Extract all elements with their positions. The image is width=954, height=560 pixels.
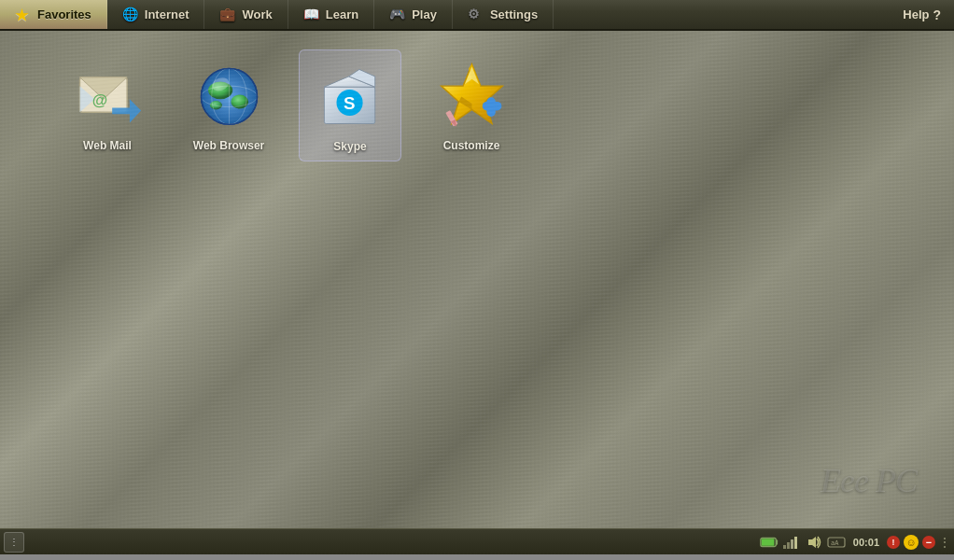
help-label: Help xyxy=(903,7,929,21)
svg-text:aA: aA xyxy=(831,539,839,547)
keyboard-icon[interactable]: aA xyxy=(827,533,846,552)
tab-work[interactable]: 💼 Work xyxy=(204,0,288,29)
eeepc-watermark: Eee PC xyxy=(821,461,917,500)
taskbar-dots-icon[interactable]: ⋮ xyxy=(939,536,950,549)
main-content: @ Web Mail xyxy=(0,31,954,528)
work-icon: 💼 xyxy=(219,7,236,23)
taskbar-right-area: aA 00:01 ! ☺ − ⋮ xyxy=(760,533,950,552)
tab-internet[interactable]: 🌐 Internet xyxy=(107,0,205,29)
tab-favorites-label: Favorites xyxy=(37,7,91,21)
svg-marker-34 xyxy=(808,537,816,548)
smiley-status-icon[interactable]: ☺ xyxy=(904,535,919,550)
tab-favorites[interactable]: ★ Favorites xyxy=(0,0,107,29)
favorites-icon: ★ xyxy=(15,7,32,23)
svg-rect-23 xyxy=(486,97,495,117)
volume-icon[interactable] xyxy=(805,533,823,552)
app-icons-area: @ Web Mail xyxy=(0,31,954,180)
tab-play[interactable]: 🎮 Play xyxy=(374,0,453,29)
skype-label: Skype xyxy=(333,140,366,153)
webbrowser-app[interactable]: Web Browser xyxy=(177,49,280,160)
tab-learn-label: Learn xyxy=(326,7,358,21)
learn-icon: 📖 xyxy=(303,7,320,23)
taskbar: ⋮ xyxy=(0,528,954,554)
network-icon[interactable] xyxy=(782,533,801,552)
svg-text:S: S xyxy=(344,92,356,112)
menu-dots-icon: ⋮ xyxy=(9,537,19,547)
svg-rect-30 xyxy=(783,545,786,549)
help-button[interactable]: Help ? xyxy=(890,0,954,29)
webmail-app[interactable]: @ Web Mail xyxy=(56,49,159,160)
tab-settings[interactable]: ⚙ Settings xyxy=(453,0,554,29)
webmail-icon: @ xyxy=(70,57,145,132)
svg-rect-29 xyxy=(762,539,775,545)
taskbar-clock: 00:01 xyxy=(849,537,883,548)
taskbar-menu-button[interactable]: ⋮ xyxy=(4,532,24,553)
internet-icon: 🌐 xyxy=(122,7,139,23)
svg-rect-32 xyxy=(791,539,793,549)
help-question-icon: ? xyxy=(933,7,941,22)
webbrowser-label: Web Browser xyxy=(193,139,264,152)
skype-icon: S xyxy=(313,58,387,133)
battery-icon[interactable] xyxy=(760,533,779,552)
error-icon[interactable]: − xyxy=(922,536,935,549)
svg-rect-33 xyxy=(794,537,797,549)
tab-play-label: Play xyxy=(412,7,437,21)
svg-rect-31 xyxy=(787,542,790,549)
tab-work-label: Work xyxy=(242,7,272,21)
svg-rect-28 xyxy=(776,539,778,544)
tab-settings-label: Settings xyxy=(490,7,538,21)
tab-learn[interactable]: 📖 Learn xyxy=(288,0,374,29)
settings-icon: ⚙ xyxy=(468,7,484,23)
tab-internet-label: Internet xyxy=(145,7,189,21)
svg-text:@: @ xyxy=(91,91,106,108)
skype-app[interactable]: S Skype xyxy=(299,49,401,161)
navbar: ★ Favorites 🌐 Internet 💼 Work 📖 Learn 🎮 … xyxy=(0,0,954,31)
webbrowser-icon xyxy=(191,57,266,132)
customize-label: Customize xyxy=(443,139,500,152)
customize-icon xyxy=(434,57,509,132)
customize-app[interactable]: Customize xyxy=(420,49,523,160)
webmail-label: Web Mail xyxy=(83,139,132,152)
alert-icon[interactable]: ! xyxy=(887,536,900,549)
play-icon: 🎮 xyxy=(389,7,406,23)
